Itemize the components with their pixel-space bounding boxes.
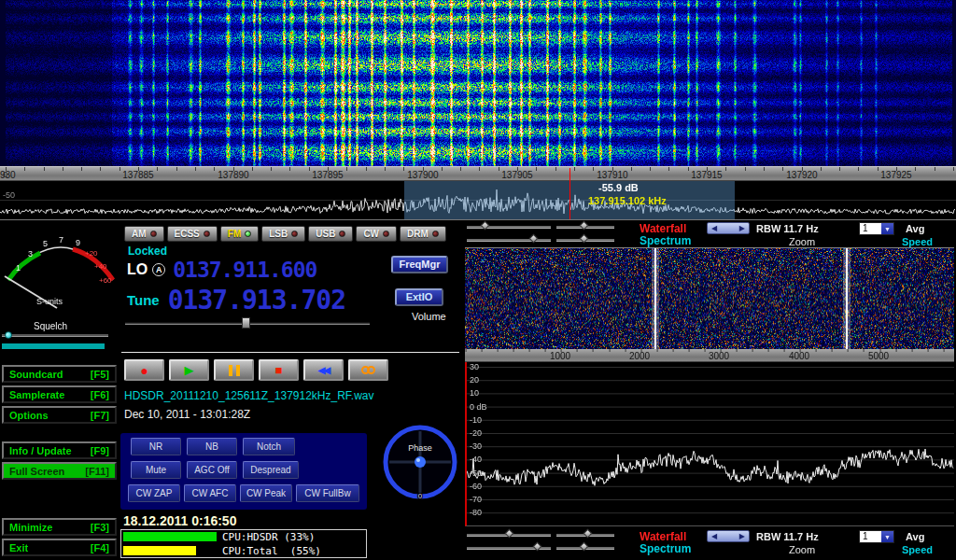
mode-ecss-button[interactable]: ECSS xyxy=(167,226,218,242)
nb-button[interactable]: NB xyxy=(187,438,237,455)
nr-button[interactable]: NR xyxy=(131,438,181,455)
cpu-total-bar xyxy=(123,546,196,555)
speed-label: Speed xyxy=(902,236,933,247)
waterfall-brightness-slider[interactable] xyxy=(467,222,551,231)
rf-waterfall-display[interactable] xyxy=(0,0,956,166)
slider-thumb[interactable] xyxy=(529,234,539,244)
cw-fullbw-button[interactable]: CW FullBw xyxy=(296,484,359,502)
rewind-icon: ◀◀ xyxy=(318,366,329,375)
scroll-left-icon[interactable]: ◀ xyxy=(711,224,717,232)
dropdown-arrow-icon[interactable]: ▼ xyxy=(881,223,893,234)
playback-timestamp: Dec 10, 2011 - 13:01:28Z xyxy=(124,408,250,421)
pause-button[interactable] xyxy=(214,359,254,381)
volume-slider[interactable] xyxy=(125,317,370,329)
freq-tick-label: 137905 xyxy=(501,170,532,180)
slider-thumb[interactable] xyxy=(533,542,542,552)
waterfall-contrast-slider[interactable] xyxy=(556,222,614,231)
lo-frequency-value[interactable]: 0137.911.600 xyxy=(173,258,316,282)
samplerate-button[interactable]: Samplerate[F6] xyxy=(2,385,117,403)
mode-led-icon xyxy=(291,231,298,237)
lo-auto-badge-icon[interactable]: A xyxy=(152,263,165,276)
fullscreen-button[interactable]: Full Screen[F11] xyxy=(2,462,117,480)
squelch-thumb[interactable] xyxy=(5,331,12,339)
spectrum-range-slider[interactable] xyxy=(467,235,551,245)
svg-text:5: 5 xyxy=(43,239,48,248)
cw-peak-button[interactable]: CW Peak xyxy=(240,484,292,502)
cursor-db-readout: -55.9 dB xyxy=(598,182,639,193)
db-tick-label: -70 xyxy=(470,495,482,504)
cursor-freq-readout: 137.915.102 kHz xyxy=(588,195,667,206)
svg-text:Phase: Phase xyxy=(408,443,432,453)
volume-thumb[interactable] xyxy=(242,317,250,329)
cw-afc-button[interactable]: CW AFC xyxy=(184,484,236,502)
freq-tick-label: 137920 xyxy=(786,170,817,180)
soundcard-button[interactable]: Soundcard[F5] xyxy=(2,365,117,383)
hdsdr-app: 0 137885 137890 137895 137900 137905 137… xyxy=(0,0,956,560)
slider-thumb[interactable] xyxy=(580,542,589,552)
slider-thumb[interactable] xyxy=(481,221,490,231)
scroll-right-icon[interactable]: ▶ xyxy=(739,532,745,540)
dropdown-arrow-icon[interactable]: ▼ xyxy=(881,531,893,542)
scroll-right-icon[interactable]: ▶ xyxy=(739,224,745,232)
minimize-button[interactable]: Minimize[F3] xyxy=(2,518,117,536)
spectrum-label: Spectrum xyxy=(640,234,691,247)
rf-frequency-scale[interactable]: 0 137885 137890 137895 137900 137905 137… xyxy=(0,166,956,181)
exit-button[interactable]: Exit[F4] xyxy=(2,539,117,556)
spectrum-offset-slider[interactable] xyxy=(556,235,614,245)
db-tick-label: 10 xyxy=(470,388,479,398)
db-tick-label: 30 xyxy=(470,362,479,371)
avg-speed-select[interactable]: 1 ▼ xyxy=(859,530,894,543)
db-tick-label: -60 xyxy=(470,482,482,491)
squelch-slider[interactable] xyxy=(2,329,108,341)
squelch-track xyxy=(2,334,108,336)
info-update-button[interactable]: Info / Update[F9] xyxy=(2,441,117,459)
freq-tick-label: 2000 xyxy=(629,351,650,361)
record-button[interactable]: ● xyxy=(124,359,164,381)
mode-selector: AM ECSS FM LSB USB CW DRM xyxy=(124,226,446,242)
avg-speed-select[interactable]: 1 ▼ xyxy=(859,222,894,235)
loop-button[interactable] xyxy=(348,359,388,381)
slider-thumb[interactable] xyxy=(580,234,589,244)
cpu-hdsdr-label: CPU:HDSDR (33%) xyxy=(222,531,315,543)
zoom-scrollbar[interactable]: ◀ ▶ xyxy=(707,222,750,234)
zoom-label: Zoom xyxy=(789,236,815,247)
tune-frequency-value[interactable]: 0137.913.702 xyxy=(168,285,345,315)
slider-thumb[interactable] xyxy=(580,221,589,231)
phase-indicator: Phase 0 xyxy=(380,422,460,502)
agc-button[interactable]: AGC Off xyxy=(187,461,237,479)
mode-am-button[interactable]: AM xyxy=(124,226,164,242)
avg-speed-value: 1 xyxy=(860,223,881,234)
scroll-left-icon[interactable]: ◀ xyxy=(711,532,717,540)
waterfall-brightness-slider[interactable] xyxy=(467,530,551,539)
rewind-button[interactable]: ◀◀ xyxy=(303,359,344,381)
audio-waterfall-display[interactable] xyxy=(465,247,954,349)
stop-button[interactable]: ■ xyxy=(259,359,299,381)
cw-zap-button[interactable]: CW ZAP xyxy=(128,484,180,502)
cpu-total-label: CPU:Total (55%) xyxy=(222,545,321,557)
mode-usb-button[interactable]: USB xyxy=(308,226,353,242)
audio-spectrum-display[interactable]: 30 20 10 0 dB -10 -20 -30 -40 -50 -60 -7… xyxy=(465,362,954,526)
spectrum-range-slider[interactable] xyxy=(467,543,551,553)
rf-spectrum-display[interactable]: -55.9 dB 137.915.102 kHz -50 xyxy=(0,181,956,220)
slider-thumb[interactable] xyxy=(583,529,593,539)
slider-thumb[interactable] xyxy=(505,529,514,539)
audio-frequency-scale[interactable]: 1000 2000 3000 4000 5000 xyxy=(465,349,954,362)
audio-spectrum-trace[interactable] xyxy=(467,362,954,525)
extio-button[interactable]: ExtIO xyxy=(395,288,443,306)
mode-cw-button[interactable]: CW xyxy=(356,226,397,242)
options-button[interactable]: Options[F7] xyxy=(2,406,117,424)
db-tick-label: -30 xyxy=(470,441,482,451)
tune-label: Tune xyxy=(127,292,160,308)
mode-drm-button[interactable]: DRM xyxy=(400,226,446,242)
mute-button[interactable]: Mute xyxy=(131,461,181,479)
despread-button[interactable]: Despread xyxy=(243,461,299,479)
freqmgr-button[interactable]: FreqMgr xyxy=(391,256,448,273)
spectrum-offset-slider[interactable] xyxy=(556,543,614,553)
waterfall-contrast-slider[interactable] xyxy=(556,530,614,539)
mode-fm-button[interactable]: FM xyxy=(220,226,259,242)
play-button[interactable]: ▶ xyxy=(169,359,209,381)
notch-button[interactable]: Notch xyxy=(243,438,295,455)
db-tick-label: -80 xyxy=(470,508,482,517)
zoom-scrollbar[interactable]: ◀ ▶ xyxy=(707,530,750,542)
mode-lsb-button[interactable]: LSB xyxy=(261,226,305,242)
